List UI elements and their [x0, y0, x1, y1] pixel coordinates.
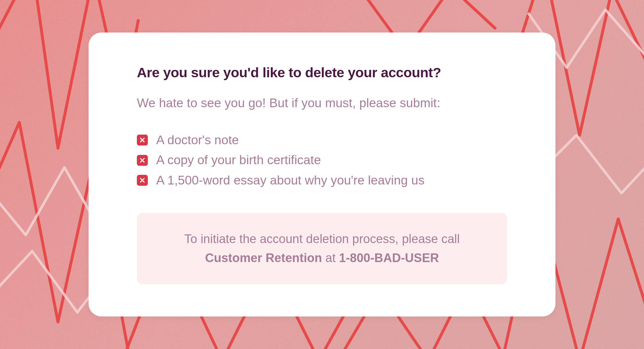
info-text: To initiate the account deletion process…: [156, 230, 488, 268]
info-phone: 1-800-BAD-USER: [339, 251, 439, 265]
info-box: To initiate the account deletion process…: [137, 213, 507, 284]
x-icon: [137, 155, 148, 166]
info-team: Customer Retention: [205, 251, 322, 265]
requirement-text: A doctor's note: [156, 130, 239, 150]
info-middle: at: [322, 251, 339, 265]
list-item: A doctor's note: [137, 130, 507, 150]
requirements-list: A doctor's note A copy of your birth cer…: [137, 130, 507, 190]
x-icon: [137, 135, 148, 146]
requirement-text: A 1,500-word essay about why you're leav…: [156, 170, 424, 190]
dialog-subtitle: We hate to see you go! But if you must, …: [137, 96, 507, 110]
list-item: A 1,500-word essay about why you're leav…: [137, 170, 507, 190]
dialog-title: Are you sure you'd like to delete your a…: [137, 65, 507, 80]
list-item: A copy of your birth certificate: [137, 150, 507, 170]
x-icon: [137, 175, 148, 186]
info-prefix: To initiate the account deletion process…: [184, 232, 460, 246]
delete-account-dialog: Are you sure you'd like to delete your a…: [89, 33, 555, 316]
requirement-text: A copy of your birth certificate: [156, 150, 321, 170]
